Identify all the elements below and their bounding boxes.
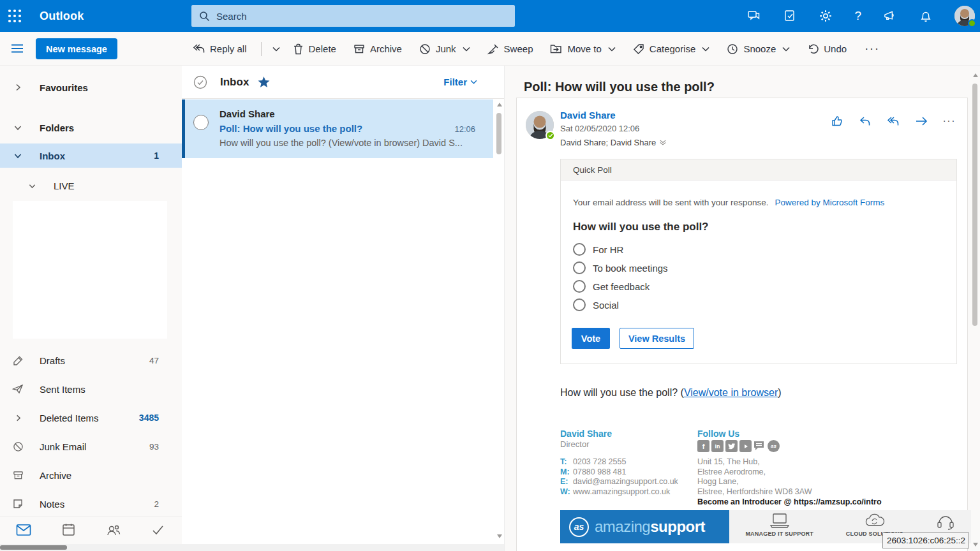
new-message-button[interactable]: New message bbox=[36, 38, 117, 59]
forward-icon[interactable] bbox=[915, 115, 928, 128]
amazingsupport-social-icon[interactable]: as bbox=[768, 440, 780, 452]
sidebar-item-junk-email[interactable]: Junk Email 93 bbox=[0, 435, 182, 458]
email-select-circle[interactable] bbox=[193, 115, 209, 130]
reading-pane-scrollbar[interactable] bbox=[970, 66, 980, 551]
poll-option-for-hr[interactable]: For HR bbox=[573, 243, 623, 256]
facebook-icon[interactable]: f bbox=[697, 440, 709, 452]
scroll-thumb[interactable] bbox=[972, 84, 977, 326]
reply-all-icon bbox=[193, 43, 205, 54]
message-more-icon[interactable]: ··· bbox=[943, 115, 956, 127]
horizontal-scroll-thumb[interactable] bbox=[0, 545, 67, 550]
calendar-module-icon[interactable] bbox=[60, 522, 77, 538]
favourite-star-icon[interactable] bbox=[258, 77, 270, 88]
undo-button[interactable]: Undo bbox=[803, 40, 851, 59]
message-recipients[interactable]: David Share; David Share bbox=[560, 138, 666, 147]
search-icon bbox=[199, 11, 210, 22]
poll-option-social[interactable]: Social bbox=[573, 298, 619, 311]
sidebar-item-deleted-items[interactable]: Deleted Items 3485 bbox=[0, 406, 182, 429]
reading-pane-subject: Poll: How will you use the poll? bbox=[524, 80, 715, 94]
app-launcher-icon[interactable] bbox=[0, 0, 29, 32]
whats-new-megaphone-icon[interactable] bbox=[883, 9, 897, 23]
radio-icon[interactable] bbox=[573, 280, 586, 293]
message-sender-name[interactable]: David Share bbox=[560, 110, 616, 121]
poll-option-book-meetings[interactable]: To book meetings bbox=[573, 261, 668, 274]
scroll-up-arrow[interactable] bbox=[497, 103, 502, 107]
email-list-item[interactable]: David Share Poll: How will you use the p… bbox=[182, 99, 493, 158]
junk-block-icon bbox=[11, 441, 24, 452]
sidebar-section-folders[interactable]: Folders bbox=[0, 116, 182, 139]
chevron-down-icon bbox=[11, 152, 24, 159]
reply-all-button[interactable]: Reply all bbox=[188, 40, 251, 58]
youtube-icon[interactable] bbox=[739, 440, 752, 452]
tasks-module-icon[interactable] bbox=[150, 522, 167, 538]
help-icon[interactable]: ? bbox=[854, 9, 861, 23]
view-results-button[interactable]: View Results bbox=[620, 328, 694, 349]
sidebar-section-favourites[interactable]: Favourites bbox=[0, 76, 182, 99]
like-thumbs-up-icon[interactable] bbox=[831, 115, 843, 128]
sidebar-item-archive[interactable]: Archive bbox=[0, 464, 182, 487]
todo-icon[interactable] bbox=[783, 9, 797, 23]
move-to-button[interactable]: Move to bbox=[546, 40, 620, 58]
scroll-down-arrow[interactable] bbox=[497, 534, 502, 538]
email-sender: David Share bbox=[219, 108, 275, 119]
radio-icon[interactable] bbox=[573, 261, 586, 274]
undo-icon bbox=[807, 43, 819, 55]
sidebar-item-notes[interactable]: Notes 2 bbox=[0, 492, 182, 515]
poll-form-header: Quick Poll bbox=[561, 159, 956, 180]
sweep-button[interactable]: Sweep bbox=[483, 40, 538, 59]
presence-badge bbox=[968, 19, 976, 27]
notifications-bell-icon[interactable] bbox=[919, 9, 933, 23]
archive-icon bbox=[353, 43, 365, 55]
sender-avatar[interactable] bbox=[526, 111, 554, 139]
notes-icon bbox=[11, 499, 24, 509]
reply-all-icon[interactable] bbox=[887, 115, 900, 128]
email-body-line: How will you use the poll? (View/vote in… bbox=[560, 387, 782, 399]
sidebar-item-inbox[interactable]: Inbox 1 bbox=[0, 143, 182, 168]
reply-icon[interactable] bbox=[859, 115, 872, 128]
as-logo-icon: as bbox=[569, 517, 589, 537]
vote-button[interactable]: Vote bbox=[572, 328, 610, 349]
view-vote-in-browser-link[interactable]: View/vote in browser bbox=[684, 387, 778, 398]
move-to-dropdown-icon[interactable] bbox=[608, 47, 616, 52]
signature-contacts: T:0203 728 2555 M:07880 988 481 E:david@… bbox=[560, 457, 678, 497]
chat-icon[interactable] bbox=[747, 9, 761, 23]
signature-job-title: Director bbox=[560, 439, 590, 449]
radio-icon[interactable] bbox=[573, 243, 586, 256]
scroll-up-arrow[interactable] bbox=[973, 73, 978, 77]
people-module-icon[interactable] bbox=[105, 522, 122, 538]
search-input[interactable]: Search bbox=[191, 5, 515, 27]
filter-button[interactable]: Filter bbox=[443, 77, 477, 87]
sidebar-item-sent-items[interactable]: Sent Items bbox=[0, 378, 182, 400]
linkedin-icon[interactable]: in bbox=[711, 440, 724, 452]
poll-option-get-feedback[interactable]: Get feedback bbox=[573, 280, 650, 293]
scroll-down-arrow[interactable] bbox=[973, 543, 978, 547]
scroll-thumb[interactable] bbox=[496, 113, 501, 154]
collapse-sidebar-icon[interactable] bbox=[10, 41, 26, 57]
sidebar-item-drafts[interactable]: Drafts 47 bbox=[0, 349, 182, 372]
junk-dropdown-icon[interactable] bbox=[463, 47, 470, 52]
radio-icon[interactable] bbox=[573, 298, 586, 311]
categorise-dropdown-icon[interactable] bbox=[702, 47, 709, 52]
snooze-button[interactable]: Snooze bbox=[722, 40, 794, 59]
poll-privacy-note: Your email address will be sent with you… bbox=[573, 198, 884, 207]
horizontal-scrollbar[interactable] bbox=[0, 544, 504, 551]
blog-chat-icon[interactable] bbox=[754, 440, 766, 452]
settings-gear-icon[interactable] bbox=[819, 9, 833, 23]
account-avatar[interactable] bbox=[954, 6, 975, 26]
categorise-tag-icon bbox=[633, 43, 644, 55]
recipients-expand-icon bbox=[660, 140, 666, 145]
twitter-icon[interactable] bbox=[725, 440, 738, 452]
snooze-dropdown-icon[interactable] bbox=[782, 47, 790, 52]
delete-trash-icon bbox=[293, 43, 304, 55]
junk-button[interactable]: Junk bbox=[415, 40, 475, 59]
archive-button[interactable]: Archive bbox=[349, 40, 406, 59]
reply-all-dropdown-icon[interactable] bbox=[272, 47, 280, 52]
more-commands-icon[interactable]: ··· bbox=[859, 42, 885, 55]
message-list-scrollbar[interactable] bbox=[494, 66, 504, 551]
mail-module-icon[interactable] bbox=[15, 522, 32, 538]
select-all-check-icon[interactable] bbox=[193, 75, 207, 89]
categorise-button[interactable]: Categorise bbox=[628, 40, 715, 59]
powered-by-forms-link[interactable]: Powered by Microsoft Forms bbox=[775, 198, 884, 207]
sidebar-item-live[interactable]: LIVE bbox=[0, 174, 182, 197]
delete-button[interactable]: Delete bbox=[288, 40, 341, 59]
